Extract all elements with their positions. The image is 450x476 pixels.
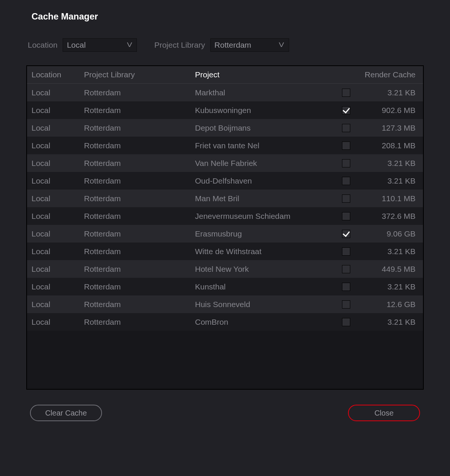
cell-location: Local xyxy=(32,88,84,97)
cell-project: Hotel New York xyxy=(195,265,342,274)
render-cache-checkbox[interactable] xyxy=(342,212,350,220)
render-cache-checkbox[interactable] xyxy=(342,194,350,203)
cell-library: Rotterdam xyxy=(84,88,195,97)
cell-size: 3.21 KB xyxy=(352,88,417,97)
table-row[interactable]: LocalRotterdamHotel New York449.5 MB xyxy=(27,260,423,278)
table-row[interactable]: LocalRotterdamMarkthal3.21 KB xyxy=(27,84,423,101)
table-row[interactable]: LocalRotterdamComBron3.21 KB xyxy=(27,313,423,331)
location-dropdown[interactable]: Local V xyxy=(63,38,137,52)
cell-project: Jenevermuseum Schiedam xyxy=(195,212,342,221)
render-cache-checkbox[interactable] xyxy=(342,142,350,150)
cell-location: Local xyxy=(32,300,84,309)
cell-library: Rotterdam xyxy=(84,212,195,221)
filter-bar: Location Local V Project Library Rotterd… xyxy=(28,38,424,52)
cell-location: Local xyxy=(32,159,84,168)
cell-location: Local xyxy=(32,247,84,256)
cell-library: Rotterdam xyxy=(84,141,195,150)
cache-table: Location Project Library Project Render … xyxy=(26,65,424,390)
clear-cache-button[interactable]: Clear Cache xyxy=(30,405,102,421)
cell-project: Depot Boijmans xyxy=(195,124,342,133)
chevron-down-icon: V xyxy=(279,42,284,48)
table-body: LocalRotterdamMarkthal3.21 KBLocalRotter… xyxy=(27,84,423,331)
render-cache-checkbox[interactable] xyxy=(342,89,350,97)
cell-project: Kunsthal xyxy=(195,282,342,291)
table-row[interactable]: LocalRotterdamDepot Boijmans127.3 MB xyxy=(27,119,423,137)
column-header-render-cache[interactable]: Render Cache xyxy=(352,70,417,79)
table-row[interactable]: LocalRotterdamVan Nelle Fabriek3.21 KB xyxy=(27,154,423,172)
cell-size: 12.6 GB xyxy=(352,300,417,309)
cell-project: Van Nelle Fabriek xyxy=(195,159,342,168)
cell-size: 127.3 MB xyxy=(352,124,417,133)
cell-project: Erasmusbrug xyxy=(195,229,342,238)
cell-project: Man Met Bril xyxy=(195,194,342,203)
cell-location: Local xyxy=(32,282,84,291)
render-cache-checkbox[interactable] xyxy=(342,265,350,273)
table-row[interactable]: LocalRotterdamOud-Delfshaven3.21 KB xyxy=(27,172,423,190)
cell-project: Huis Sonneveld xyxy=(195,300,342,309)
library-dropdown-value: Rotterdam xyxy=(214,41,251,50)
render-cache-checkbox[interactable] xyxy=(342,177,350,185)
cell-project: ComBron xyxy=(195,318,342,327)
table-row[interactable]: LocalRotterdamKubuswoningen902.6 MB xyxy=(27,101,423,119)
cell-project: Friet van tante Nel xyxy=(195,141,342,150)
cell-library: Rotterdam xyxy=(84,106,195,115)
cell-library: Rotterdam xyxy=(84,159,195,168)
cell-library: Rotterdam xyxy=(84,265,195,274)
cell-size: 3.21 KB xyxy=(352,176,417,185)
render-cache-checkbox[interactable] xyxy=(342,283,350,291)
cell-library: Rotterdam xyxy=(84,282,195,291)
library-dropdown[interactable]: Rotterdam V xyxy=(210,38,289,52)
cell-library: Rotterdam xyxy=(84,194,195,203)
cell-size: 372.6 MB xyxy=(352,212,417,221)
cell-size: 3.21 KB xyxy=(352,282,417,291)
close-button[interactable]: Close xyxy=(348,405,420,421)
column-header-library[interactable]: Project Library xyxy=(84,70,195,79)
render-cache-checkbox[interactable] xyxy=(342,300,350,309)
chevron-down-icon: V xyxy=(127,42,132,48)
table-row[interactable]: LocalRotterdamKunsthal3.21 KB xyxy=(27,278,423,295)
column-header-location[interactable]: Location xyxy=(32,70,84,79)
window-title: Cache Manager xyxy=(32,11,424,22)
table-row[interactable]: LocalRotterdamWitte de Withstraat3.21 KB xyxy=(27,243,423,260)
cell-library: Rotterdam xyxy=(84,300,195,309)
table-row[interactable]: LocalRotterdamFriet van tante Nel208.1 M… xyxy=(27,137,423,154)
cell-project: Markthal xyxy=(195,88,342,97)
footer-bar: Clear Cache Close xyxy=(26,405,424,421)
table-header-row: Location Project Library Project Render … xyxy=(27,66,423,84)
cache-manager-window: Cache Manager Location Local V Project L… xyxy=(26,0,424,436)
render-cache-checkbox[interactable] xyxy=(342,318,350,326)
location-filter-label: Location xyxy=(28,41,57,50)
cell-location: Local xyxy=(32,265,84,274)
table-row[interactable]: LocalRotterdamHuis Sonneveld12.6 GB xyxy=(27,295,423,313)
table-row[interactable]: LocalRotterdamJenevermuseum Schiedam372.… xyxy=(27,207,423,225)
cell-location: Local xyxy=(32,176,84,185)
cell-size: 110.1 MB xyxy=(352,194,417,203)
render-cache-checkbox[interactable] xyxy=(342,247,350,256)
cell-library: Rotterdam xyxy=(84,229,195,238)
cell-location: Local xyxy=(32,229,84,238)
render-cache-checkbox[interactable] xyxy=(342,124,350,132)
cell-size: 208.1 MB xyxy=(352,141,417,150)
cell-location: Local xyxy=(32,124,84,133)
cell-project: Witte de Withstraat xyxy=(195,247,342,256)
cell-library: Rotterdam xyxy=(84,318,195,327)
cell-library: Rotterdam xyxy=(84,176,195,185)
cell-location: Local xyxy=(32,318,84,327)
cell-project: Oud-Delfshaven xyxy=(195,176,342,185)
cell-project: Kubuswoningen xyxy=(195,106,342,115)
cell-size: 3.21 KB xyxy=(352,159,417,168)
cell-library: Rotterdam xyxy=(84,247,195,256)
render-cache-checkbox[interactable] xyxy=(342,159,350,167)
render-cache-checkbox[interactable] xyxy=(342,230,350,238)
cell-location: Local xyxy=(32,194,84,203)
column-header-project[interactable]: Project xyxy=(195,70,342,79)
render-cache-checkbox[interactable] xyxy=(342,106,350,114)
library-filter-label: Project Library xyxy=(154,41,205,50)
cell-size: 902.6 MB xyxy=(352,106,417,115)
location-dropdown-value: Local xyxy=(67,41,86,50)
cell-size: 3.21 KB xyxy=(352,318,417,327)
cell-location: Local xyxy=(32,106,84,115)
table-row[interactable]: LocalRotterdamMan Met Bril110.1 MB xyxy=(27,190,423,207)
table-row[interactable]: LocalRotterdamErasmusbrug9.06 GB xyxy=(27,225,423,243)
cell-location: Local xyxy=(32,212,84,221)
